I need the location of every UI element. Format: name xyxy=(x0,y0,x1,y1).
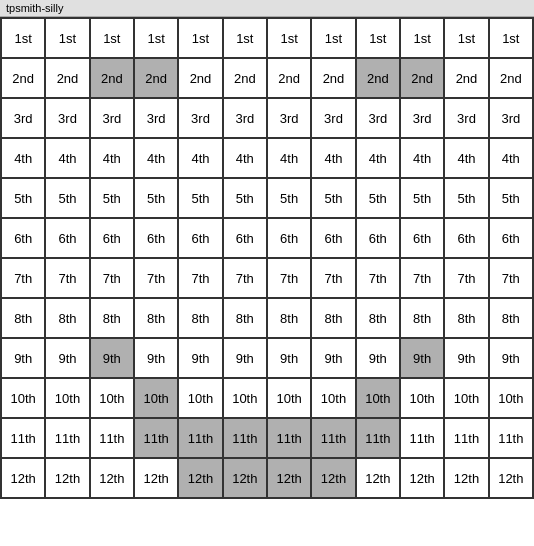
table-row: 10th xyxy=(2,379,46,419)
table-row: 11th xyxy=(445,419,489,459)
table-row: 1st xyxy=(224,19,268,59)
table-row: 9th xyxy=(357,339,401,379)
table-row: 5th xyxy=(490,179,534,219)
table-row: 6th xyxy=(91,219,135,259)
table-row: 11th xyxy=(2,419,46,459)
table-row: 9th xyxy=(312,339,356,379)
table-row: 7th xyxy=(46,259,90,299)
table-row: 12th xyxy=(91,459,135,499)
table-row: 9th xyxy=(401,339,445,379)
window-title: tpsmith-silly xyxy=(6,2,63,14)
table-row: 8th xyxy=(91,299,135,339)
table-row: 8th xyxy=(179,299,223,339)
table-row: 3rd xyxy=(268,99,312,139)
table-row: 12th xyxy=(2,459,46,499)
table-row: 1st xyxy=(268,19,312,59)
table-row: 7th xyxy=(401,259,445,299)
table-row: 3rd xyxy=(445,99,489,139)
table-row: 4th xyxy=(445,139,489,179)
table-row: 2nd xyxy=(46,59,90,99)
table-row: 3rd xyxy=(91,99,135,139)
table-row: 12th xyxy=(268,459,312,499)
table-row: 8th xyxy=(224,299,268,339)
table-row: 5th xyxy=(135,179,179,219)
table-row: 7th xyxy=(135,259,179,299)
table-row: 6th xyxy=(445,219,489,259)
table-row: 4th xyxy=(46,139,90,179)
table-row: 8th xyxy=(46,299,90,339)
table-row: 9th xyxy=(46,339,90,379)
table-row: 10th xyxy=(46,379,90,419)
table-row: 1st xyxy=(490,19,534,59)
table-row: 1st xyxy=(179,19,223,59)
table-row: 7th xyxy=(490,259,534,299)
table-row: 6th xyxy=(401,219,445,259)
table-row: 1st xyxy=(312,19,356,59)
table-row: 7th xyxy=(179,259,223,299)
table-row: 3rd xyxy=(401,99,445,139)
table-row: 9th xyxy=(445,339,489,379)
table-row: 3rd xyxy=(46,99,90,139)
table-row: 5th xyxy=(46,179,90,219)
table-row: 11th xyxy=(46,419,90,459)
table-row: 2nd xyxy=(312,59,356,99)
table-row: 4th xyxy=(490,139,534,179)
table-row: 12th xyxy=(357,459,401,499)
table-row: 10th xyxy=(401,379,445,419)
table-row: 10th xyxy=(312,379,356,419)
table-row: 8th xyxy=(312,299,356,339)
table-row: 12th xyxy=(401,459,445,499)
table-row: 4th xyxy=(2,139,46,179)
table-row: 2nd xyxy=(268,59,312,99)
table-row: 12th xyxy=(135,459,179,499)
table-row: 4th xyxy=(312,139,356,179)
table-row: 4th xyxy=(135,139,179,179)
table-row: 9th xyxy=(2,339,46,379)
table-row: 5th xyxy=(91,179,135,219)
table-row: 3rd xyxy=(135,99,179,139)
table-row: 6th xyxy=(224,219,268,259)
table-row: 8th xyxy=(445,299,489,339)
table-row: 11th xyxy=(91,419,135,459)
table-row: 5th xyxy=(2,179,46,219)
table-row: 10th xyxy=(268,379,312,419)
table-row: 2nd xyxy=(2,59,46,99)
table-row: 6th xyxy=(357,219,401,259)
table-row: 10th xyxy=(224,379,268,419)
table-row: 5th xyxy=(268,179,312,219)
table-row: 2nd xyxy=(224,59,268,99)
table-row: 9th xyxy=(490,339,534,379)
table-row: 3rd xyxy=(224,99,268,139)
table-row: 11th xyxy=(224,419,268,459)
table-row: 7th xyxy=(91,259,135,299)
table-row: 1st xyxy=(445,19,489,59)
table-row: 2nd xyxy=(445,59,489,99)
table-row: 6th xyxy=(490,219,534,259)
table-row: 12th xyxy=(179,459,223,499)
table-row: 1st xyxy=(46,19,90,59)
table-row: 1st xyxy=(401,19,445,59)
table-row: 3rd xyxy=(312,99,356,139)
table-row: 10th xyxy=(135,379,179,419)
table-row: 7th xyxy=(357,259,401,299)
table-row: 9th xyxy=(224,339,268,379)
table-row: 4th xyxy=(401,139,445,179)
table-row: 2nd xyxy=(91,59,135,99)
table-row: 11th xyxy=(179,419,223,459)
table-row: 1st xyxy=(135,19,179,59)
table-row: 6th xyxy=(179,219,223,259)
table-row: 2nd xyxy=(401,59,445,99)
table-row: 5th xyxy=(445,179,489,219)
table-row: 2nd xyxy=(135,59,179,99)
table-row: 11th xyxy=(401,419,445,459)
table-row: 8th xyxy=(401,299,445,339)
table-row: 9th xyxy=(268,339,312,379)
table-row: 3rd xyxy=(179,99,223,139)
table-row: 11th xyxy=(490,419,534,459)
table-row: 5th xyxy=(401,179,445,219)
table-row: 12th xyxy=(445,459,489,499)
table-row: 8th xyxy=(357,299,401,339)
table-row: 7th xyxy=(445,259,489,299)
table-row: 10th xyxy=(91,379,135,419)
table-row: 12th xyxy=(224,459,268,499)
